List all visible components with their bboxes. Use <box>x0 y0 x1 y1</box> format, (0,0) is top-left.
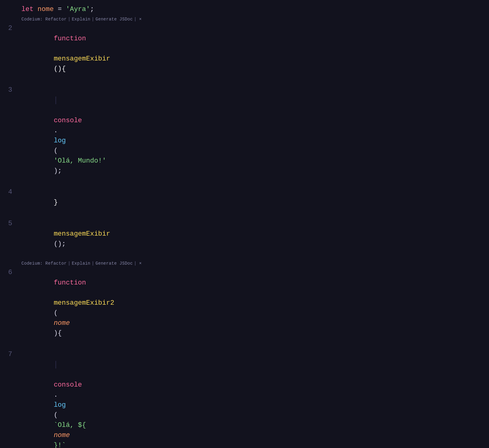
codeium-explain-2[interactable]: Explain <box>72 261 91 266</box>
line-content-7: │ console . log ( `Olá, ${ nome }!` ); <box>18 350 489 448</box>
codeium-close-2[interactable]: × <box>139 261 142 266</box>
line-content-2: function mensagemExibir (){ <box>18 24 489 84</box>
code-line-6: 6 function mensagemExibir2 ( nome ){ <box>0 267 489 349</box>
line-num-7: 7 <box>0 350 18 358</box>
string-ayra: 'Ayra' <box>66 6 90 13</box>
codeium-label: Codeium: <box>21 17 45 22</box>
line-content-3: │ console . log ( 'Olá, Mundo!' ); <box>18 85 489 186</box>
line-content-4: } <box>18 187 489 218</box>
code-editor: let nome = 'Ayra' ; Codeium: Refactor | … <box>0 0 489 448</box>
line-num-3: 3 <box>0 85 18 94</box>
code-container: let nome = 'Ayra' ; Codeium: Refactor | … <box>0 0 489 448</box>
code-line-5: 5 mensagemExibir (); <box>0 218 489 260</box>
codeium-refactor-1[interactable]: Refactor <box>45 17 67 22</box>
codeium-label-2: Codeium: <box>21 261 45 266</box>
code-line-2: 2 function mensagemExibir (){ <box>0 23 489 85</box>
code-line-3: 3 │ console . log ( 'Olá, Mundo!' ); <box>0 85 489 187</box>
codeium-close-1[interactable]: × <box>139 17 142 22</box>
line-num-5: 5 <box>0 219 18 227</box>
line-content-5: mensagemExibir (); <box>18 219 489 259</box>
var-nome: nome <box>38 6 54 13</box>
top-line: let nome = 'Ayra' ; <box>0 3 489 16</box>
line-num-2: 2 <box>0 24 18 32</box>
code-line-7: 7 │ console . log ( `Olá, ${ nome }!` ); <box>0 349 489 448</box>
codeium-explain-1[interactable]: Explain <box>72 17 91 22</box>
codeium-refactor-2[interactable]: Refactor <box>45 261 67 266</box>
line-content-6: function mensagemExibir2 ( nome ){ <box>18 268 489 348</box>
line-num-6: 6 <box>0 268 18 276</box>
codeium-bar-1: Codeium: Refactor | Explain | Generate J… <box>0 16 489 23</box>
codeium-generate-1[interactable]: Generate JSDoc <box>95 17 133 22</box>
code-line-4: 4 } <box>0 187 489 218</box>
codeium-bar-2: Codeium: Refactor | Explain | Generate J… <box>0 260 489 267</box>
line-num-4: 4 <box>0 187 18 196</box>
keyword-let: let <box>21 6 34 13</box>
codeium-generate-2[interactable]: Generate JSDoc <box>95 261 133 266</box>
